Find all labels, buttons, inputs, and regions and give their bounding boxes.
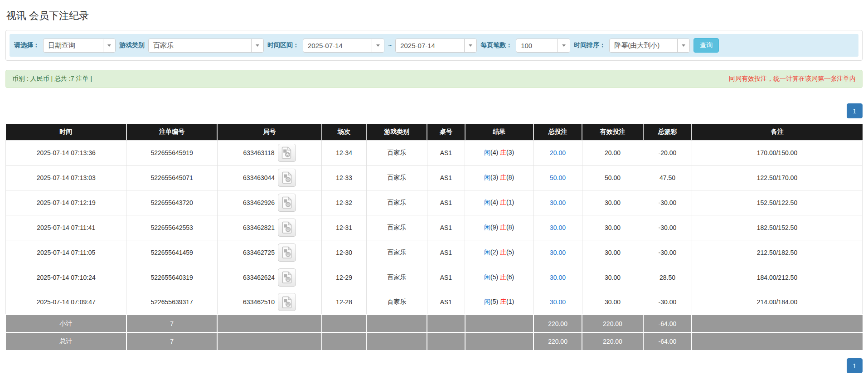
pagination-page-1[interactable]: 1 — [847, 358, 863, 373]
total-bet-link[interactable]: 30.00 — [550, 298, 566, 306]
table-no-cell: AS1 — [427, 190, 465, 215]
total-bet-link[interactable]: 30.00 — [550, 224, 566, 231]
sort-order-select[interactable]: 降幂(由大到小) — [609, 39, 690, 53]
total-bet-cell: 20.00 — [533, 140, 582, 165]
total-bet-link[interactable]: 30.00 — [550, 199, 566, 206]
valid-bet-cell: 50.00 — [582, 165, 643, 190]
total-row-table-empty — [427, 332, 465, 350]
total-bet-link[interactable]: 50.00 — [550, 174, 566, 181]
page-size-select[interactable]: 100 — [516, 39, 570, 53]
result-player-score: (2) — [490, 248, 498, 256]
chevron-down-icon[interactable] — [372, 39, 384, 52]
bet-id-cell: 522655639317 — [126, 290, 217, 315]
total-bet-cell: 30.00 — [533, 215, 582, 240]
chevron-down-icon[interactable] — [558, 39, 570, 52]
video-playback-button[interactable] — [278, 194, 296, 212]
search-button[interactable]: 查询 — [693, 38, 719, 53]
remark-cell: 182.50/152.50 — [692, 215, 862, 240]
subtotal-row-result-empty — [465, 315, 533, 332]
result-cell: 闲(5) 庄(1) — [465, 290, 533, 315]
session-cell: 12-30 — [322, 240, 366, 265]
table-row: 2025-07-14 07:13:36522655645919633463118… — [6, 140, 863, 165]
valid-bet-cell: 30.00 — [582, 240, 643, 265]
pagination-page-1[interactable]: 1 — [847, 103, 863, 118]
bet-table: 时间注单编号局号场次游戏类别桌号结果总投注有效投注总派彩备注 2025-07-1… — [5, 124, 863, 350]
date-separator: ~ — [388, 42, 392, 49]
chevron-down-icon[interactable] — [677, 39, 689, 52]
payout-cell: -20.00 — [643, 140, 692, 165]
session-cell: 12-29 — [322, 265, 366, 290]
column-header-10: 总派彩 — [643, 124, 692, 140]
bet-id-cell: 522655640319 — [126, 265, 217, 290]
round-id: 633463118 — [243, 149, 275, 156]
column-header-3: 局号 — [217, 124, 322, 140]
result-player-score: (3) — [490, 174, 498, 181]
subtotal-row-total-bet: 220.00 — [533, 315, 582, 332]
sort-order-value: 降幂(由大到小) — [610, 39, 677, 52]
video-playback-button[interactable] — [278, 169, 296, 187]
result-player-label: 闲 — [484, 149, 490, 156]
round-cell: 633463044 — [217, 165, 322, 190]
time-cell: 2025-07-14 07:13:36 — [6, 140, 126, 165]
video-playback-button[interactable] — [278, 268, 296, 287]
video-playback-button[interactable] — [278, 293, 296, 311]
chevron-down-icon[interactable] — [464, 39, 476, 52]
result-banker-score: (6) — [506, 273, 514, 281]
video-playback-button[interactable] — [278, 144, 296, 162]
session-cell: 12-34 — [322, 140, 366, 165]
session-cell: 12-32 — [322, 190, 366, 215]
total-row-session-empty — [322, 332, 366, 350]
total-row: 总计7220.00220.00-64.00 — [6, 332, 863, 350]
round-id: 633462926 — [243, 199, 275, 206]
date-to-select[interactable]: 2025-07-14 — [395, 39, 477, 53]
total-bet-link[interactable]: 30.00 — [550, 249, 566, 256]
payout-cell: 47.50 — [643, 165, 692, 190]
query-type-select[interactable]: 日期查询 — [43, 39, 116, 53]
result-player-score: (5) — [490, 273, 498, 281]
game-type-cell: 百家乐 — [366, 290, 427, 315]
subtotal-row-label: 小计 — [6, 315, 126, 332]
valid-bet-cell: 20.00 — [582, 140, 643, 165]
total-bet-cell: 30.00 — [533, 290, 582, 315]
result-banker-score: (8) — [506, 224, 514, 231]
total-bet-link[interactable]: 20.00 — [550, 149, 566, 156]
page-title: 视讯 会员下注纪录 — [6, 9, 863, 23]
table-no-cell: AS1 — [427, 165, 465, 190]
video-playback-button[interactable] — [278, 244, 296, 262]
time-cell: 2025-07-14 07:10:24 — [6, 265, 126, 290]
filter-panel: 请选择： 日期查询 游戏类别 百家乐 时间区间： 2025-07-14 ~ 20… — [5, 30, 863, 61]
column-header-4: 场次 — [322, 124, 366, 140]
query-type-value: 日期查询 — [44, 39, 103, 52]
result-cell: 闲(5) 庄(6) — [465, 265, 533, 290]
video-record-icon — [282, 171, 292, 184]
game-type-select[interactable]: 百家乐 — [148, 39, 264, 53]
bet-id-cell: 522655645071 — [126, 165, 217, 190]
table-row: 2025-07-14 07:10:24522655640319633462624… — [6, 265, 863, 290]
game-type-cell: 百家乐 — [366, 215, 427, 240]
session-cell: 12-31 — [322, 215, 366, 240]
round-id: 633462821 — [243, 224, 275, 231]
game-type-cell: 百家乐 — [366, 240, 427, 265]
payout-cell: -30.00 — [643, 290, 692, 315]
time-cell: 2025-07-14 07:11:41 — [6, 215, 126, 240]
table-row: 2025-07-14 07:12:19522655643720633462926… — [6, 190, 863, 215]
payout-cell: -30.00 — [643, 190, 692, 215]
table-no-cell: AS1 — [427, 215, 465, 240]
pagination-top: 1 — [5, 103, 863, 118]
result-cell: 闲(9) 庄(8) — [465, 215, 533, 240]
table-no-cell: AS1 — [427, 290, 465, 315]
total-row-total-bet: 220.00 — [533, 332, 582, 350]
valid-bet-cell: 30.00 — [582, 190, 643, 215]
table-no-cell: AS1 — [427, 265, 465, 290]
date-from-select[interactable]: 2025-07-14 — [303, 39, 384, 53]
chevron-down-icon[interactable] — [103, 39, 115, 52]
total-bet-cell: 50.00 — [533, 165, 582, 190]
total-bet-link[interactable]: 30.00 — [550, 274, 566, 281]
date-range-label: 时间区间： — [267, 41, 299, 49]
column-header-11: 备注 — [692, 124, 862, 140]
game-type-cell: 百家乐 — [366, 190, 427, 215]
video-playback-button[interactable] — [278, 219, 296, 237]
column-header-5: 游戏类别 — [366, 124, 427, 140]
total-row-round-empty — [217, 332, 322, 350]
chevron-down-icon[interactable] — [251, 39, 263, 52]
